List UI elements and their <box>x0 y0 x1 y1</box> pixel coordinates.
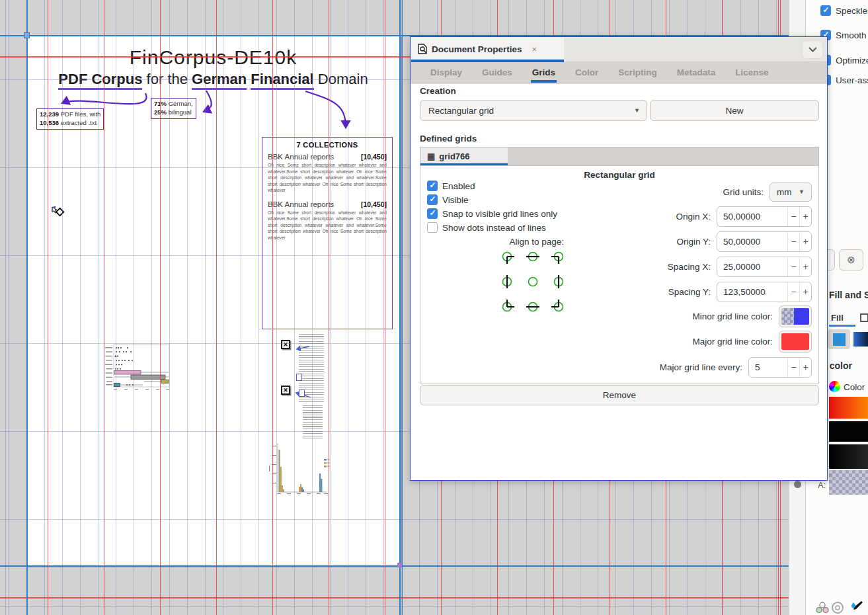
document-properties-icon <box>418 44 427 54</box>
black-gradient-swatch[interactable] <box>829 444 868 469</box>
major-grid-color-button[interactable] <box>779 331 812 352</box>
tab-display[interactable]: Display <box>429 63 463 83</box>
collection-entry: BBK Annual reports[10,450] Oh nice Some … <box>268 153 387 194</box>
origin-x-row: Origin X: 50,00000 − + <box>594 206 812 227</box>
optimize-label: Optimize <box>836 56 868 65</box>
radial-gradient-icon[interactable] <box>831 601 844 614</box>
guide-line[interactable] <box>402 0 403 615</box>
trace-option-row: Speckles <box>820 5 868 16</box>
decrement-button[interactable]: − <box>787 207 799 226</box>
color-wheel-icon[interactable] <box>829 381 840 392</box>
alpha-transparency-swatch[interactable] <box>829 470 868 495</box>
speckles-checkbox[interactable] <box>820 5 831 16</box>
align-middle-right-icon[interactable] <box>550 274 565 289</box>
tiny-annotation-box <box>299 390 305 397</box>
spacing-y-spinbox[interactable]: 123,50000 − + <box>717 282 812 302</box>
microtext-column <box>303 405 323 440</box>
stroke-paint-tab-icon[interactable] <box>860 313 868 322</box>
scrollbar-thumb[interactable] <box>794 481 801 488</box>
increment-button[interactable]: + <box>799 358 811 377</box>
remove-grid-button[interactable]: Remove <box>420 385 819 405</box>
flat-color-swatch-icon <box>833 333 846 346</box>
enabled-row: Enabled <box>427 181 475 191</box>
show-dots-checkbox[interactable] <box>427 222 438 233</box>
poster-subtitle: PDF Corpus for the German Financial Doma… <box>26 71 400 88</box>
tab-color[interactable]: Color <box>574 63 600 83</box>
tab-grids[interactable]: Grids <box>531 63 557 83</box>
creation-section-label: Creation <box>420 86 456 96</box>
page-corner-handle[interactable] <box>397 563 402 567</box>
align-top-right-icon[interactable] <box>550 251 565 265</box>
spacing-x-row: Spacing X: 25,00000 − + <box>594 256 812 277</box>
flat-color-mode-button[interactable] <box>828 329 850 349</box>
callout-pdf-files: 12,239 PDF files, with 10,536 extracted … <box>36 108 104 130</box>
page-border-bottom[interactable] <box>0 565 789 567</box>
align-to-page-label: Align to page: <box>420 237 564 247</box>
dialog-titlebar: Document Properties × <box>411 37 827 62</box>
minor-grid-color-button[interactable] <box>779 306 812 327</box>
fill-tab-underline <box>829 325 855 327</box>
increment-button[interactable]: + <box>799 282 811 302</box>
poster-subtitle-bold: PDF Corpus <box>58 71 142 90</box>
red-orange-gradient-swatch[interactable] <box>829 397 868 419</box>
dialog-title-tab[interactable]: Document Properties × <box>411 38 564 60</box>
tab-metadata[interactable]: Metadata <box>676 63 717 83</box>
grid-type-dropdown[interactable]: Rectangular grid ▼ <box>420 100 647 121</box>
origin-y-spinbox[interactable]: 50,00000 − + <box>717 231 812 252</box>
major-every-row: Major grid line every: 5 − + <box>594 356 812 378</box>
origin-x-spinbox[interactable]: 50,00000 − + <box>717 206 812 227</box>
broken-image-icon: ✕ <box>281 386 290 395</box>
histogram-thumbnail <box>268 440 331 499</box>
decrement-button[interactable]: − <box>787 282 799 302</box>
tab-license[interactable]: License <box>734 63 769 83</box>
dialog-collapse-button[interactable] <box>802 40 823 59</box>
grid766-tab[interactable]: ▦ grid766 <box>420 147 508 165</box>
align-center-icon[interactable] <box>526 274 540 289</box>
color-mode-label[interactable]: Color <box>844 382 865 392</box>
decrement-button[interactable]: − <box>787 358 799 377</box>
align-bottom-right-icon[interactable] <box>550 298 565 313</box>
increment-button[interactable]: + <box>799 232 811 251</box>
minor-color-row: Minor grid line color: <box>594 306 812 327</box>
eyedropper-icon[interactable] <box>848 600 864 614</box>
poster-title: FinCorpus-DE10k <box>26 46 400 69</box>
spacing-y-row: Spacing Y: 123,50000 − + <box>594 281 812 302</box>
dialog-close-icon[interactable]: × <box>532 44 537 54</box>
snap-visible-row: Snap to visible grid lines only <box>427 208 557 219</box>
document-properties-dialog: Document Properties × Display Guides Gri… <box>410 36 828 481</box>
fill-tab[interactable]: Fill <box>831 313 844 323</box>
align-bottom-left-icon[interactable] <box>501 298 516 313</box>
new-grid-button[interactable]: New <box>650 100 819 121</box>
decrement-button[interactable]: − <box>787 257 799 276</box>
visible-checkbox[interactable] <box>427 194 438 205</box>
black-swatch[interactable] <box>829 421 868 442</box>
guide-anchor-handle[interactable] <box>24 32 30 38</box>
align-middle-left-icon[interactable] <box>501 274 516 289</box>
circle-x-button[interactable]: ⊗ <box>839 249 863 270</box>
show-dots-row: Show dots instead of lines <box>427 222 546 233</box>
align-top-left-icon[interactable] <box>501 251 516 265</box>
increment-button[interactable]: + <box>799 257 811 276</box>
align-bottom-center-icon[interactable] <box>526 298 540 313</box>
major-every-spinbox[interactable]: 5 − + <box>748 357 812 378</box>
major-grid-hline <box>0 597 789 598</box>
increment-button[interactable]: + <box>799 207 811 226</box>
color-management-icon[interactable] <box>815 601 830 614</box>
linear-gradient-mode-button[interactable] <box>853 332 868 347</box>
tab-guides[interactable]: Guides <box>481 63 514 83</box>
tab-scripting[interactable]: Scripting <box>617 63 658 83</box>
snap-to-visible-checkbox[interactable] <box>427 208 438 219</box>
decrement-button[interactable]: − <box>787 232 799 251</box>
align-top-center-icon[interactable] <box>526 251 540 265</box>
grid-units-dropdown[interactable]: mm ▼ <box>769 183 812 202</box>
grid-units-row: Grid units: mm ▼ <box>594 181 812 202</box>
alpha-label: A: <box>818 480 826 490</box>
visible-row: Visible <box>427 194 469 205</box>
spacing-x-spinbox[interactable]: 25,00000 − + <box>717 257 812 277</box>
user-assisted-label: User-ass <box>836 75 868 85</box>
speckles-label: Speckles <box>836 6 868 16</box>
node-tool-cursor-icon <box>52 206 65 218</box>
fill-and-stroke-header: Fill and Stroke <box>829 290 868 300</box>
collections-box: 7 COLLECTIONS BBK Annual reports[10,450]… <box>262 137 393 329</box>
enabled-checkbox[interactable] <box>427 181 438 191</box>
